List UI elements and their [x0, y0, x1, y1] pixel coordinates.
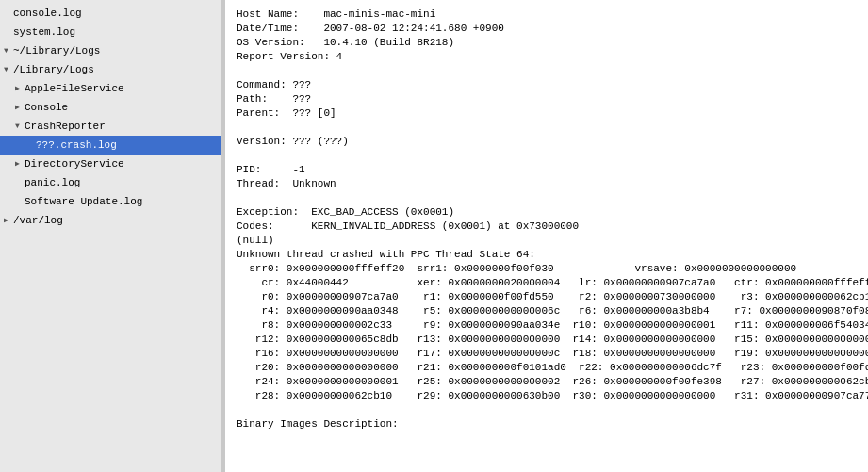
sidebar-item-panic-log[interactable]: panic.log — [0, 173, 221, 192]
sidebar-item-var-log[interactable]: ▶/var/log — [0, 211, 221, 230]
main-content: Host Name: mac-minis-mac-mini Date/Time:… — [225, 0, 868, 472]
sidebar-item-label-library-logs: /Library/Logs — [13, 62, 94, 77]
sidebar-item-label-apple-file-service: AppleFileService — [25, 81, 124, 96]
sidebar: console.logsystem.log▼~/Library/Logs▼/Li… — [0, 0, 221, 472]
sidebar-item-label-panic-log: panic.log — [25, 175, 80, 190]
sidebar-item-label-library-logs-user: ~/Library/Logs — [13, 43, 100, 58]
sidebar-item-console-folder[interactable]: ▶Console — [0, 98, 221, 117]
sidebar-item-label-software-update-log: Software Update.log — [25, 194, 142, 209]
triangle-icon-library-logs-user: ▼ — [4, 43, 13, 58]
sidebar-item-crash-log[interactable]: ???.crash.log — [0, 136, 221, 155]
triangle-icon-console-folder: ▶ — [15, 100, 25, 115]
triangle-icon-var-log: ▶ — [4, 213, 13, 228]
log-content: Host Name: mac-minis-mac-mini Date/Time:… — [237, 8, 857, 431]
sidebar-item-crash-reporter[interactable]: ▼CrashReporter — [0, 117, 221, 136]
sidebar-item-system-log[interactable]: system.log — [0, 23, 221, 41]
triangle-icon-library-logs: ▼ — [4, 62, 13, 77]
sidebar-item-label-crash-reporter: CrashReporter — [25, 119, 106, 134]
triangle-icon-apple-file-service: ▶ — [15, 81, 25, 96]
sidebar-item-console-log[interactable]: console.log — [0, 4, 221, 23]
sidebar-item-label-crash-log: ???.crash.log — [36, 138, 117, 153]
sidebar-item-label-console-log: console.log — [13, 6, 82, 21]
sidebar-item-library-logs-user[interactable]: ▼~/Library/Logs — [0, 41, 221, 60]
sidebar-item-apple-file-service[interactable]: ▶AppleFileService — [0, 79, 221, 98]
sidebar-item-library-logs[interactable]: ▼/Library/Logs — [0, 60, 221, 79]
triangle-icon-directory-service: ▶ — [15, 156, 25, 171]
sidebar-item-label-system-log: system.log — [13, 24, 75, 40]
sidebar-item-label-directory-service: DirectoryService — [25, 156, 124, 171]
sidebar-item-label-var-log: /var/log — [13, 213, 63, 228]
sidebar-item-label-console-folder: Console — [25, 100, 68, 115]
sidebar-item-software-update-log[interactable]: Software Update.log — [0, 192, 221, 211]
triangle-icon-crash-reporter: ▼ — [15, 119, 25, 134]
sidebar-item-directory-service[interactable]: ▶DirectoryService — [0, 155, 221, 173]
